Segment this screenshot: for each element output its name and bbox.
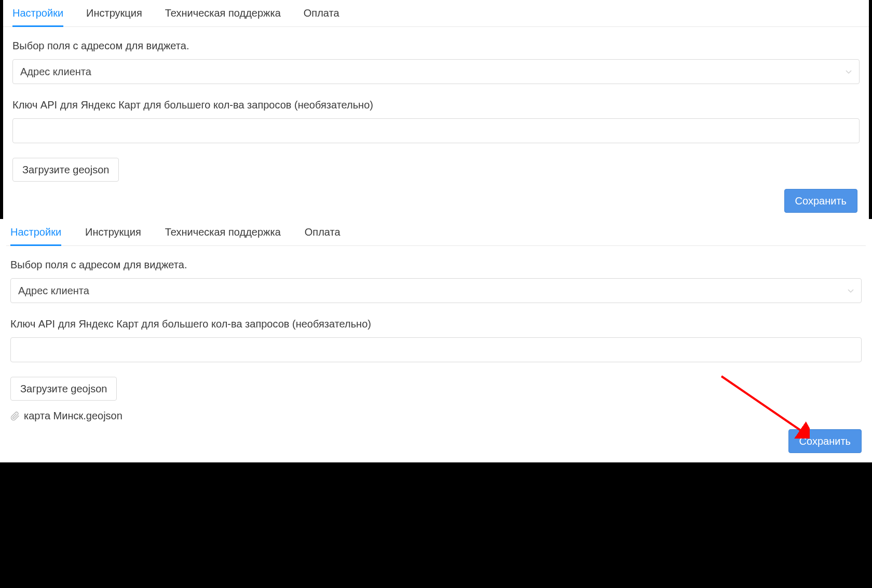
paperclip-icon — [10, 412, 20, 421]
chevron-down-icon — [846, 68, 852, 75]
api-key-field-group: Ключ API для Яндекс Карт для большего ко… — [10, 318, 862, 362]
tab-settings[interactable]: Настройки — [12, 7, 63, 26]
save-button[interactable]: Сохранить — [788, 429, 862, 453]
save-button[interactable]: Сохранить — [784, 189, 857, 213]
settings-panel-after: Настройки Инструкция Техническая поддерж… — [0, 219, 872, 462]
tabs-bar: Настройки Инструкция Техническая поддерж… — [6, 219, 866, 246]
api-key-field-group: Ключ API для Яндекс Карт для большего ко… — [12, 99, 860, 143]
address-field-group: Выбор поля с адресом для виджета. Адрес … — [12, 39, 860, 84]
address-select-value: Адрес клиента — [20, 66, 91, 78]
tab-support[interactable]: Техническая поддержка — [165, 226, 281, 245]
tabs-bar: Настройки Инструкция Техническая поддерж… — [3, 0, 869, 27]
attached-file-row[interactable]: карта Минск.geojson — [10, 410, 862, 422]
chevron-down-icon — [848, 287, 854, 294]
address-field-label: Выбор поля с адресом для виджета. — [10, 258, 862, 271]
upload-geojson-button[interactable]: Загрузите geojson — [12, 158, 119, 182]
tab-support[interactable]: Техническая поддержка — [165, 7, 281, 26]
address-field-label: Выбор поля с адресом для виджета. — [12, 39, 860, 52]
tab-payment[interactable]: Оплата — [304, 7, 339, 26]
api-key-input[interactable] — [12, 118, 860, 143]
tab-instructions[interactable]: Инструкция — [85, 226, 141, 245]
upload-geojson-button[interactable]: Загрузите geojson — [10, 377, 117, 401]
upload-area: Загрузите geojson — [10, 377, 862, 401]
address-select[interactable]: Адрес клиента — [10, 278, 862, 303]
api-key-label: Ключ API для Яндекс Карт для большего ко… — [12, 99, 860, 111]
api-key-input[interactable] — [10, 337, 862, 362]
api-key-label: Ключ API для Яндекс Карт для большего ко… — [10, 318, 862, 330]
address-select[interactable]: Адрес клиента — [12, 59, 860, 84]
tab-settings[interactable]: Настройки — [10, 226, 61, 245]
address-select-value: Адрес клиента — [18, 285, 89, 297]
save-row: Сохранить — [10, 429, 862, 453]
settings-panel-before: Настройки Инструкция Техническая поддерж… — [3, 0, 869, 219]
upload-area: Загрузите geojson — [12, 158, 860, 182]
address-field-group: Выбор поля с адресом для виджета. Адрес … — [10, 258, 862, 303]
form-area: Выбор поля с адресом для виджета. Адрес … — [3, 27, 869, 213]
form-area: Выбор поля с адресом для виджета. Адрес … — [6, 246, 866, 453]
tab-instructions[interactable]: Инструкция — [86, 7, 142, 26]
save-row: Сохранить — [12, 189, 860, 213]
attached-file-name: карта Минск.geojson — [24, 410, 122, 422]
tab-payment[interactable]: Оплата — [305, 226, 340, 245]
